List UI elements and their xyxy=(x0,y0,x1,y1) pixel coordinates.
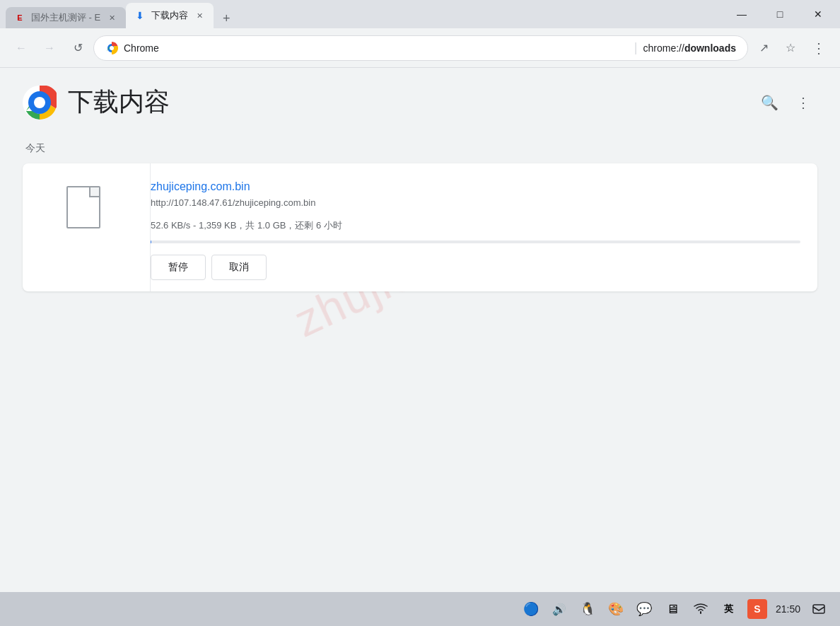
app-name-in-address: Chrome xyxy=(124,42,629,54)
refresh-icon: ↺ xyxy=(74,41,83,54)
wifi-icon[interactable] xyxy=(691,599,711,619)
svg-point-4 xyxy=(34,97,45,108)
forward-icon: → xyxy=(44,42,55,54)
address-separator: | xyxy=(634,40,638,55)
cancel-button[interactable]: 取消 xyxy=(211,255,267,280)
minimize-button[interactable]: — xyxy=(725,3,758,25)
share-icon: ↗ xyxy=(759,41,769,54)
qq-icon[interactable]: 🐧 xyxy=(578,599,597,619)
download-filename[interactable]: zhujiceping.com.bin xyxy=(151,180,800,193)
volume-icon[interactable]: 🔊 xyxy=(549,599,569,619)
chrome-icon xyxy=(105,42,118,54)
progress-bar-fill xyxy=(151,240,151,243)
forward-button[interactable]: → xyxy=(37,35,62,61)
star-icon: ☆ xyxy=(786,41,795,54)
search-button[interactable]: 🔍 xyxy=(755,88,783,117)
tab1-title: 国外主机测评 - E xyxy=(31,11,100,24)
title-bar: E 国外主机测评 - E ✕ ⬇ 下载内容 ✕ + — □ ✕ xyxy=(0,0,840,28)
input-method-icon[interactable]: 英 xyxy=(719,599,739,619)
display-icon[interactable]: 🖥 xyxy=(663,599,682,619)
main-content: 下载内容 🔍 ⋮ 今天 zhujiceping.com.bin http://1… xyxy=(0,68,840,592)
svg-rect-5 xyxy=(813,605,824,613)
taskbar-time: 21:50 xyxy=(776,603,800,615)
figma-icon[interactable]: 🎨 xyxy=(606,599,626,619)
nav-actions: ↗ ☆ xyxy=(751,35,803,61)
chrome-logo xyxy=(23,86,57,120)
wechat-icon[interactable]: 💬 xyxy=(634,599,654,619)
section-today-label: 今天 xyxy=(23,142,817,155)
tab2-favicon: ⬇ xyxy=(134,10,146,21)
download-url: http://107.148.47.61/zhujiceping.com.bin xyxy=(151,197,800,208)
tab2-close-button[interactable]: ✕ xyxy=(194,10,205,21)
search-icon: 🔍 xyxy=(761,94,778,111)
nav-bar: ← → ↺ Chrome | chrome://downloads ↗ ☆ ⋮ xyxy=(0,28,840,68)
tab1-close-button[interactable]: ✕ xyxy=(106,12,117,23)
more-options-button[interactable]: ⋮ xyxy=(789,88,817,117)
tab1-favicon: E xyxy=(14,12,25,23)
tab-inactive[interactable]: E 国外主机测评 - E ✕ xyxy=(6,7,126,28)
refresh-button[interactable]: ↺ xyxy=(65,35,91,61)
maximize-button[interactable]: □ xyxy=(764,3,796,25)
taskbar: 🔵 🔊 🐧 🎨 💬 🖥 英 S 21:50 xyxy=(0,592,840,626)
more-icon: ⋮ xyxy=(796,94,810,111)
page-title: 下载内容 xyxy=(68,85,755,120)
new-tab-button[interactable]: + xyxy=(216,8,236,28)
header-actions: 🔍 ⋮ xyxy=(755,88,817,117)
page-header: 下载内容 🔍 ⋮ xyxy=(23,85,817,125)
close-button[interactable]: ✕ xyxy=(802,3,834,25)
address-bar[interactable]: Chrome | chrome://downloads xyxy=(93,35,748,61)
browser-menu-button[interactable]: ⋮ xyxy=(806,34,832,62)
address-url: chrome://downloads xyxy=(643,42,736,54)
download-info: zhujiceping.com.bin http://107.148.47.61… xyxy=(150,163,817,291)
progress-bar-container xyxy=(151,240,800,243)
share-button[interactable]: ↗ xyxy=(751,35,776,61)
window-controls: — □ ✕ xyxy=(725,3,834,25)
download-icon-area xyxy=(23,163,150,291)
file-icon-fold xyxy=(89,187,99,197)
bluetooth-icon[interactable]: 🔵 xyxy=(521,599,541,619)
tab-downloads[interactable]: ⬇ 下载内容 ✕ xyxy=(126,3,214,28)
svg-point-1 xyxy=(110,46,114,50)
pause-button[interactable]: 暂停 xyxy=(151,255,206,280)
download-actions: 暂停 取消 xyxy=(151,255,800,280)
tabs-area: E 国外主机测评 - E ✕ ⬇ 下载内容 ✕ + xyxy=(6,0,725,28)
bookmark-button[interactable]: ☆ xyxy=(778,35,803,61)
back-button[interactable]: ← xyxy=(8,35,34,61)
download-card: zhujiceping.com.bin http://107.148.47.61… xyxy=(23,163,817,291)
file-icon-body xyxy=(66,186,100,228)
sogou-icon[interactable]: S xyxy=(747,599,767,619)
notification-icon[interactable] xyxy=(809,599,829,619)
download-progress-text: 52.6 KB/s - 1,359 KB，共 1.0 GB，还剩 6 小时 xyxy=(151,219,800,232)
file-icon xyxy=(66,186,106,231)
back-icon: ← xyxy=(16,42,27,54)
tab2-title: 下载内容 xyxy=(151,9,188,22)
